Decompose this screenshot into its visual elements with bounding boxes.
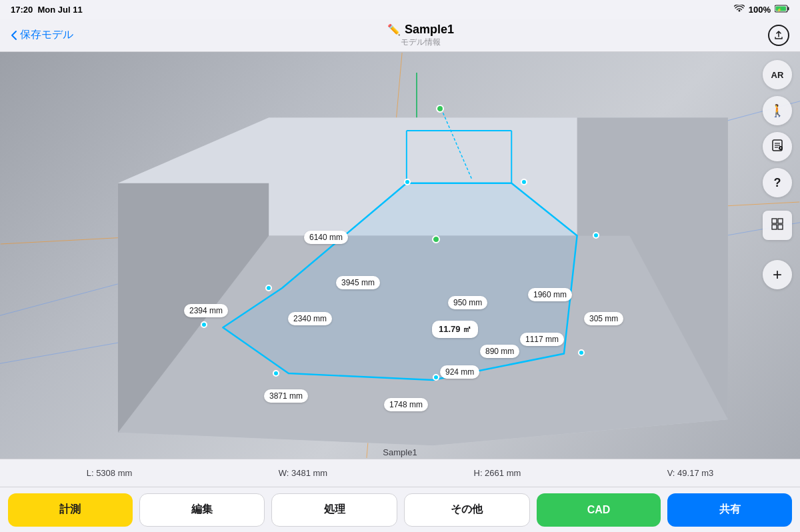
bottom-toolbar: 計測 編集 処理 その他 CAD 共有 xyxy=(0,487,800,532)
axis-line-orange-v xyxy=(366,53,402,458)
label-6140: 6140 mm xyxy=(304,231,348,244)
notes-icon xyxy=(771,139,784,155)
add-button[interactable]: + xyxy=(763,260,792,289)
meas-dot-4 xyxy=(593,232,599,239)
nav-bar: 保存モデル ✏️ Sample1 モデル情報 xyxy=(0,19,800,52)
meas-dot-1 xyxy=(265,285,272,291)
meas-dot-3 xyxy=(521,179,527,185)
henshu-button[interactable]: 編集 xyxy=(139,493,265,527)
svg-rect-18 xyxy=(772,219,777,223)
room-3d-view: 6140 mm 3945 mm 2394 mm 2340 mm 950 mm 1… xyxy=(0,52,800,459)
status-right: 100% ⚡ xyxy=(734,5,789,15)
label-area: 11.79 ㎡ xyxy=(432,321,478,338)
help-button[interactable]: ? xyxy=(763,168,792,197)
info-bar: L: 5308 mm W: 3481 mm H: 2661 mm V: 49.1… xyxy=(0,459,800,487)
battery-label: 100% xyxy=(749,5,771,15)
label-890: 890 mm xyxy=(480,345,519,358)
meas-dot-green-center xyxy=(432,235,440,243)
ar-button[interactable]: AR xyxy=(763,60,792,89)
person-icon: 🚶 xyxy=(770,103,785,118)
label-3871: 3871 mm xyxy=(264,389,308,403)
right-buttons: AR 🚶 ? + xyxy=(763,60,792,289)
svg-rect-20 xyxy=(772,225,777,229)
svg-rect-19 xyxy=(778,219,783,223)
plus-icon: + xyxy=(773,267,782,283)
keisoku-button[interactable]: 計測 xyxy=(8,493,133,527)
page-title: ✏️ Sample1 xyxy=(387,23,454,37)
question-icon: ? xyxy=(774,176,781,190)
svg-marker-4 xyxy=(118,117,728,445)
grid-button[interactable] xyxy=(763,211,792,240)
back-button[interactable]: 保存モデル xyxy=(11,28,73,42)
svg-rect-1 xyxy=(788,7,789,10)
model-name-label: Sample1 xyxy=(383,447,417,457)
info-height: H: 2661 mm xyxy=(474,468,521,478)
scan-area[interactable]: 6140 mm 3945 mm 2394 mm 2340 mm 950 mm 1… xyxy=(0,52,800,459)
meas-dot-6 xyxy=(433,374,439,381)
nav-right[interactable] xyxy=(768,25,789,46)
axis-line-green-v xyxy=(416,73,417,297)
label-950: 950 mm xyxy=(448,296,487,309)
svg-rect-21 xyxy=(778,225,783,229)
back-label: 保存モデル xyxy=(20,28,73,42)
svg-rect-7 xyxy=(577,117,728,419)
edit-icon: ✏️ xyxy=(387,23,401,36)
svg-line-12 xyxy=(439,105,472,180)
meas-dot-2 xyxy=(404,179,411,185)
label-3945: 3945 mm xyxy=(336,276,380,289)
label-1117: 1117 mm xyxy=(520,333,564,346)
label-305: 305 mm xyxy=(584,312,623,325)
label-2340: 2340 mm xyxy=(288,312,332,325)
share-button[interactable]: 共有 xyxy=(667,493,792,527)
grid-icon xyxy=(771,217,784,233)
label-1748: 1748 mm xyxy=(384,398,428,411)
status-time: 17:20 Mon Jul 11 xyxy=(11,5,83,15)
meas-dot-7 xyxy=(273,370,279,377)
battery-icon: ⚡ xyxy=(775,5,789,15)
upload-button[interactable] xyxy=(768,25,789,46)
label-1960: 1960 mm xyxy=(528,288,572,301)
sonota-button[interactable]: その他 xyxy=(404,493,530,527)
meas-dot-green-top xyxy=(436,105,444,113)
svg-marker-8 xyxy=(118,235,728,445)
label-924: 924 mm xyxy=(440,365,479,379)
meas-dot-5 xyxy=(578,349,585,356)
axis-line-blue-diag xyxy=(0,67,800,337)
cad-button[interactable]: CAD xyxy=(537,493,661,527)
nav-center: ✏️ Sample1 モデル情報 xyxy=(387,23,454,48)
status-bar: 17:20 Mon Jul 11 100% ⚡ xyxy=(0,0,800,19)
wifi-icon xyxy=(734,5,745,15)
meas-dot-8 xyxy=(201,321,207,328)
svg-marker-5 xyxy=(118,117,728,235)
svg-text:⚡: ⚡ xyxy=(777,7,782,13)
label-2394: 2394 mm xyxy=(184,304,228,317)
info-length: L: 5308 mm xyxy=(87,468,133,478)
info-volume: V: 49.17 m3 xyxy=(667,468,714,478)
walkthrough-button[interactable]: 🚶 xyxy=(763,96,792,125)
info-width: W: 3481 mm xyxy=(279,468,327,478)
shori-button[interactable]: 処理 xyxy=(271,493,397,527)
notes-button[interactable] xyxy=(763,132,792,161)
nav-subtitle: モデル情報 xyxy=(387,37,454,48)
axis-line-blue-diag2 xyxy=(0,197,800,378)
